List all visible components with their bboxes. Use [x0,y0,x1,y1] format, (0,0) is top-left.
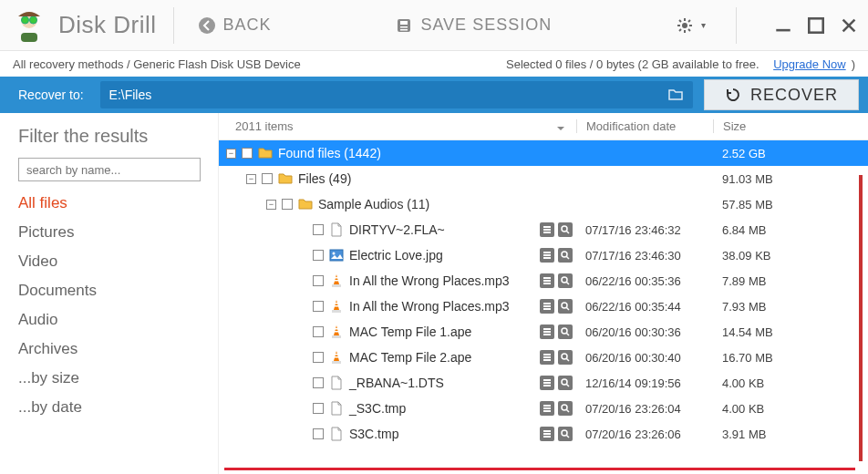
column-size[interactable]: Size [713,119,868,133]
sort-caret-icon[interactable] [556,122,565,131]
search-item-icon[interactable] [558,350,573,365]
tree-file-row[interactable]: In All the Wrong Places.mp306/22/16 00:3… [219,268,868,294]
search-input[interactable] [18,158,201,181]
expander-icon[interactable]: − [226,149,236,159]
row-size: 6.84 MB [713,223,868,237]
svg-rect-53 [543,328,551,330]
svg-rect-77 [543,433,551,435]
svg-rect-47 [543,308,551,310]
row-checkbox[interactable] [313,250,324,261]
file-icon [329,222,344,237]
filter-item[interactable]: Documents [18,282,203,300]
search-item-icon[interactable] [558,401,573,416]
row-checkbox[interactable] [313,403,324,414]
filter-item[interactable]: Audio [18,311,203,329]
tree-file-row[interactable]: MAC Temp File 1.ape06/20/16 00:30:3614.5… [219,319,868,345]
breadcrumb-device[interactable]: Generic Flash Disk USB Device [133,57,301,71]
tree-file-row[interactable]: _S3C.tmp07/20/16 23:26:044.00 KB [219,396,868,421]
expander-icon[interactable]: − [246,174,256,184]
scroll-indicator[interactable] [859,175,863,461]
tree-file-row[interactable]: _RBANA~1.DTS12/16/14 09:19:564.00 KB [219,370,868,396]
maximize-button[interactable] [808,17,824,34]
row-checkbox[interactable] [242,148,253,159]
row-checkbox[interactable] [313,301,324,312]
svg-rect-18 [776,28,790,31]
tree-file-row[interactable]: DIRTYV~2.FLA~07/17/16 23:46:326.84 MB [219,217,868,242]
overflow-indicator [224,468,855,470]
svg-point-2 [22,16,29,24]
recover-path-input[interactable] [109,88,667,102]
recover-button[interactable]: RECOVER [704,79,859,110]
filter-item[interactable]: Pictures [18,223,203,242]
row-size: 4.00 KB [713,402,868,416]
preview-icon[interactable] [540,427,554,441]
tree-folder-row[interactable]: −Found files (1442)2.52 GB [219,140,868,166]
save-session-button[interactable]: SAVE SESSION [388,12,559,38]
tree-file-row[interactable]: MAC Temp File 2.ape06/20/16 00:30:4016.7… [219,345,868,370]
row-size: 4.00 KB [713,376,868,390]
tree-file-row[interactable]: S3C.tmp07/20/16 23:26:063.91 MB [219,421,868,447]
preview-icon[interactable] [540,325,554,339]
search-item-icon[interactable] [558,376,573,390]
search-item-icon[interactable] [558,273,573,288]
row-modification: 06/20/16 00:30:36 [576,325,713,339]
preview-icon[interactable] [540,376,554,390]
row-checkbox[interactable] [313,326,324,337]
close-button[interactable] [841,17,857,34]
svg-point-4 [199,17,215,34]
svg-rect-50 [332,335,341,338]
column-modification[interactable]: Modification date [576,119,713,133]
row-checkbox[interactable] [313,275,324,286]
svg-line-80 [566,435,569,438]
preview-icon[interactable] [540,248,554,263]
row-label: _RBANA~1.DTS [349,376,444,390]
search-item-icon[interactable] [558,248,573,263]
tree-folder-row[interactable]: −Sample Audios (11)57.85 MB [219,191,868,217]
search-item-icon[interactable] [558,299,573,314]
row-checkbox[interactable] [313,377,324,388]
column-header: 2011 items Modification date Size [219,113,868,140]
svg-rect-61 [543,354,551,356]
row-size: 91.03 MB [713,172,868,186]
preview-icon[interactable] [540,273,554,288]
row-checkbox[interactable] [282,199,293,210]
row-label: Electric Love.jpg [349,248,443,263]
minimize-button[interactable] [775,17,791,34]
filter-item[interactable]: ...by date [18,398,203,417]
filter-item[interactable]: Video [18,252,203,271]
tree-folder-row[interactable]: −Files (49)91.03 MB [219,166,868,191]
preview-icon[interactable] [540,401,554,416]
preview-icon[interactable] [540,222,554,237]
row-checkbox[interactable] [313,352,324,363]
filter-item[interactable]: All files [18,194,203,212]
row-label: Found files (1442) [278,146,381,160]
row-label: _S3C.tmp [349,401,406,416]
expander-icon[interactable]: − [266,200,276,210]
preview-icon[interactable] [540,350,554,365]
filter-item[interactable]: Archives [18,340,203,358]
row-checkbox[interactable] [313,428,324,439]
tree-file-row[interactable]: Electric Love.jpg07/17/16 23:46:3038.09 … [219,242,868,268]
settings-button[interactable]: ▾ [668,13,714,38]
logo-area: Disk Drill [11,7,157,44]
upgrade-link[interactable]: Upgrade Now [773,57,846,71]
svg-line-16 [679,29,681,31]
browse-folder-icon[interactable] [667,87,684,103]
column-name[interactable]: 2011 items [219,119,576,133]
back-button[interactable]: BACK [191,12,279,38]
search-item-icon[interactable] [558,325,573,339]
row-checkbox[interactable] [313,224,324,235]
row-checkbox[interactable] [262,173,273,184]
filter-item[interactable]: ...by size [18,369,203,387]
breadcrumb-methods[interactable]: All recovery methods [13,57,123,71]
svg-point-28 [333,252,336,255]
search-item-icon[interactable] [558,427,573,441]
preview-icon[interactable] [540,299,554,314]
svg-rect-22 [543,226,551,228]
svg-rect-68 [543,385,551,386]
row-size: 7.93 MB [713,300,868,314]
search-item-icon[interactable] [558,222,573,237]
tree-file-row[interactable]: In All the Wrong Places.mp306/22/16 00:3… [219,294,868,319]
row-modification: 06/22/16 00:35:44 [576,300,713,314]
row-modification: 07/20/16 23:26:06 [576,428,713,441]
